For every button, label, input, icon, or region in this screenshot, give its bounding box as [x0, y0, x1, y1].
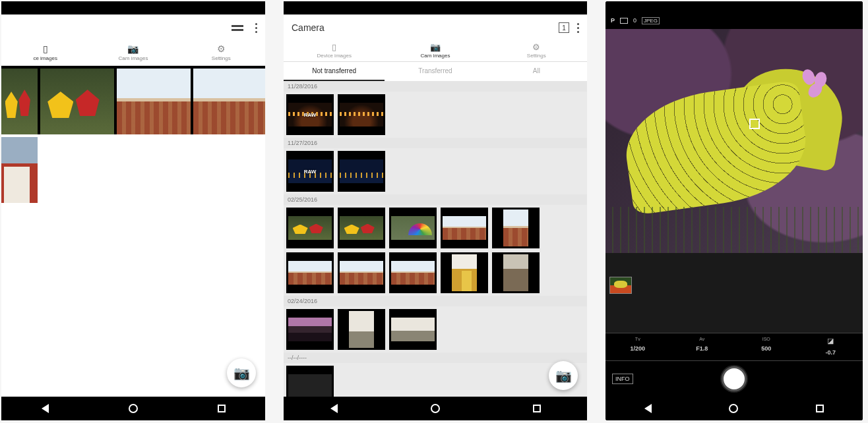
camera-icon: 📷 — [555, 368, 572, 383]
filter-all[interactable]: All — [486, 62, 587, 81]
gear-icon: ⚙ — [177, 43, 265, 54]
tab-cam-images[interactable]: 📷 Cam images — [89, 41, 177, 65]
grid-row — [1, 69, 265, 134]
nav-home[interactable] — [129, 404, 138, 413]
focus-point[interactable] — [749, 119, 760, 129]
view-toggle-icon[interactable] — [232, 25, 243, 31]
tab-label: Cam images — [119, 55, 148, 61]
toolbar: Camera 1 — [284, 14, 587, 41]
image-thumb[interactable] — [338, 151, 385, 192]
live-view[interactable] — [605, 29, 863, 253]
thumb-row — [284, 205, 587, 296]
tab-label: Device images — [317, 53, 351, 59]
param-av[interactable]: Av F1.8 — [670, 333, 735, 360]
date-header: --/--/---- — [284, 352, 587, 363]
nav-recent[interactable] — [218, 405, 226, 412]
phone-icon: ▯ — [1, 43, 89, 54]
tab-device-images[interactable]: ▯ ce images — [1, 41, 89, 65]
phone-icon: ▯ — [284, 42, 385, 52]
tab-label: Settings — [212, 55, 231, 61]
tab-label: ce images — [33, 55, 57, 61]
image-thumb[interactable] — [117, 69, 191, 134]
device-remote-shoot: P 0 JPEG Tv 1/200 Av F1.8 — [605, 1, 863, 420]
top-tabs: ▯ ce images 📷 Cam images ⚙ Settings — [1, 41, 265, 66]
tab-device-images[interactable]: ▯Device images — [284, 41, 385, 61]
nav-back[interactable] — [644, 404, 652, 413]
status-bar — [1, 1, 265, 14]
screen: ▯ ce images 📷 Cam images ⚙ Settings — [1, 14, 265, 397]
image-thumb[interactable] — [338, 309, 385, 350]
camera-fab[interactable]: 📷 — [227, 358, 256, 387]
date-header: 11/27/2016 — [284, 138, 587, 148]
shutter-button[interactable] — [722, 366, 747, 391]
date-header: 02/25/2016 — [284, 194, 587, 205]
tab-cam-images[interactable]: 📷Cam images — [385, 41, 485, 61]
date-header: 02/24/2016 — [284, 296, 587, 306]
tab-settings[interactable]: ⚙ Settings — [177, 41, 265, 65]
last-shot-thumb[interactable] — [609, 277, 632, 294]
image-thumb[interactable] — [338, 252, 385, 293]
format-badge: JPEG — [642, 17, 660, 24]
image-thumb[interactable] — [492, 252, 540, 293]
image-thumb[interactable] — [286, 252, 334, 293]
image-thumb[interactable] — [286, 208, 334, 248]
image-thumb[interactable] — [389, 309, 437, 350]
image-thumb[interactable] — [389, 208, 437, 248]
toolbar — [1, 14, 265, 41]
param-exposure-comp[interactable]: ◪ -0.7 — [799, 333, 863, 360]
filter-tabs: Not transferred Transferred All — [284, 62, 587, 81]
image-thumb[interactable] — [441, 252, 488, 293]
image-thumb[interactable] — [286, 309, 334, 350]
android-navbar — [284, 397, 587, 420]
camera-fab[interactable]: 📷 — [549, 361, 578, 390]
thumb-row: RAW — [284, 92, 587, 138]
image-thumb[interactable] — [40, 69, 114, 134]
filter-not-transferred[interactable]: Not transferred — [284, 62, 385, 81]
image-thumb[interactable]: RAW — [286, 94, 334, 135]
thumb-row — [284, 306, 587, 352]
image-thumb[interactable] — [492, 208, 540, 248]
camera-icon: 📷 — [385, 42, 485, 52]
raw-badge: RAW — [304, 112, 317, 118]
image-thumb[interactable]: RAW — [286, 151, 334, 192]
nav-back[interactable] — [330, 404, 338, 413]
image-thumb[interactable] — [1, 137, 38, 203]
camera-icon: 📷 — [233, 365, 250, 381]
image-thumb[interactable] — [441, 208, 488, 248]
filter-transferred[interactable]: Transferred — [385, 62, 485, 81]
live-image — [605, 29, 863, 253]
nav-back[interactable] — [42, 404, 49, 413]
image-thumb[interactable] — [286, 366, 334, 397]
image-thumb[interactable] — [389, 252, 437, 293]
shutter-bar: INFO — [605, 361, 863, 397]
tab-settings[interactable]: ⚙Settings — [486, 41, 587, 61]
param-iso[interactable]: ISO 500 — [734, 333, 799, 360]
screen: P 0 JPEG Tv 1/200 Av F1.8 — [605, 12, 863, 397]
shots-count: 0 — [633, 17, 636, 24]
exposure-params: Tv 1/200 Av F1.8 ISO 500 ◪ -0.7 — [605, 333, 863, 361]
count-badge[interactable]: 1 — [559, 22, 569, 33]
image-thumb[interactable] — [193, 69, 265, 134]
image-thumb[interactable] — [338, 94, 385, 135]
page-title: Camera — [292, 22, 551, 33]
nav-recent[interactable] — [533, 405, 541, 412]
af-mode-icon — [620, 18, 628, 24]
nav-home[interactable] — [431, 404, 440, 413]
info-button[interactable]: INFO — [612, 374, 633, 384]
shoot-mode: P — [611, 17, 615, 24]
exposure-comp-icon: ◪ — [799, 337, 863, 345]
android-navbar — [1, 397, 265, 420]
nav-recent[interactable] — [816, 405, 824, 412]
image-thumb[interactable] — [338, 208, 385, 248]
param-tv[interactable]: Tv 1/200 — [605, 333, 670, 360]
overflow-menu-icon[interactable] — [577, 23, 579, 33]
overflow-menu-icon[interactable] — [255, 23, 257, 33]
shoot-info-bar: P 0 JPEG — [605, 12, 863, 29]
thumb-row: RAW — [284, 148, 587, 194]
image-list[interactable]: 11/28/2016 RAW 11/27/2016 RAW 02/25/2016 — [284, 81, 587, 397]
tab-label: Settings — [527, 53, 546, 59]
nav-home[interactable] — [729, 404, 738, 413]
image-thumb[interactable] — [1, 69, 38, 134]
date-header: 11/28/2016 — [284, 81, 587, 92]
android-navbar — [605, 397, 863, 420]
